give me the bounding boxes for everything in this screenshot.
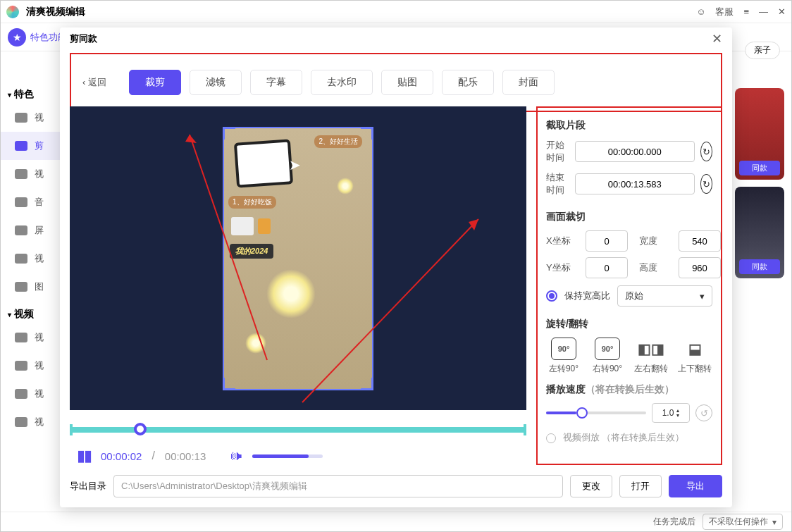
sidebar-item[interactable]: 视	[1, 160, 63, 188]
sidebar-item[interactable]: 视	[1, 323, 63, 352]
keep-ratio-radio[interactable]	[546, 290, 557, 302]
y-label: Y坐标	[546, 261, 574, 274]
media-icon	[15, 254, 27, 264]
set-end-button[interactable]: ↻	[700, 174, 712, 194]
minimize-icon[interactable]: —	[759, 6, 768, 17]
media-icon	[15, 113, 27, 123]
close-icon[interactable]: ✕	[778, 6, 786, 17]
tab-subtitle[interactable]: 字幕	[250, 70, 302, 95]
crop-frame[interactable]: ➤ 2、好好生活 1、好好吃饭 我的2024	[224, 128, 372, 389]
rotate-right-button[interactable]: 90°右转90°	[590, 338, 625, 375]
titlebar: 清爽视频编辑 ☺ 客服 ≡ — ✕	[1, 1, 791, 23]
menu-icon[interactable]: ≡	[743, 6, 749, 17]
sidebar-item-cut[interactable]: 剪	[1, 132, 63, 160]
sidebar-item[interactable]: 图	[1, 273, 63, 301]
end-time-label: 结束时间	[546, 171, 569, 197]
y-input[interactable]	[586, 257, 628, 278]
export-path-input[interactable]	[113, 475, 563, 497]
change-dir-button[interactable]: 更改	[570, 475, 612, 497]
sidebar-item[interactable]: 屏	[1, 216, 63, 245]
ratio-select[interactable]: 原始▾	[617, 285, 712, 307]
sidebar-item[interactable]: 视	[1, 104, 63, 132]
left-sidebar: 特色 视 剪 视 音 屏 视 图 视频 视 视 视 视	[1, 53, 63, 510]
video-preview[interactable]: ➤ 2、好好生活 1、好好吃饭 我的2024	[70, 106, 526, 410]
support-icon[interactable]: ☺	[696, 6, 705, 17]
sidebar-group-special[interactable]: 特色	[1, 81, 63, 104]
flip-h-button[interactable]: ◧◨左右翻转	[633, 338, 669, 375]
template-strip: 同款 同款	[728, 53, 791, 510]
media-icon	[15, 169, 27, 179]
crop-handle-tr[interactable]	[361, 127, 373, 140]
set-start-button[interactable]: ↻	[700, 142, 712, 161]
modal-close-icon[interactable]: ✕	[712, 31, 722, 47]
open-dir-button[interactable]: 打开	[619, 475, 662, 497]
current-time: 00:00:02	[101, 450, 142, 462]
timeline-start[interactable]	[70, 424, 73, 435]
tab-crop[interactable]: 裁剪	[129, 70, 181, 95]
rotate-left-button[interactable]: 90°左转90°	[546, 338, 581, 375]
timeline[interactable]	[70, 420, 526, 440]
crop-handle-br[interactable]	[361, 378, 373, 390]
support-label[interactable]: 客服	[715, 6, 734, 18]
flip-v-button[interactable]: ⬓上下翻转	[677, 338, 712, 375]
volume-slider[interactable]	[252, 454, 323, 458]
x-input[interactable]	[586, 230, 628, 252]
back-link[interactable]: 返回	[82, 76, 113, 89]
use-template-button[interactable]: 同款	[739, 161, 780, 175]
status-label: 任务完成后	[653, 516, 695, 528]
light-orb	[266, 269, 316, 318]
tab-watermark[interactable]: 去水印	[311, 70, 373, 95]
tab-filter[interactable]: 滤镜	[190, 70, 242, 95]
tab-music[interactable]: 配乐	[442, 70, 494, 95]
person-icon	[15, 389, 27, 399]
timeline-end[interactable]	[524, 424, 526, 435]
export-button[interactable]: 导出	[669, 475, 722, 497]
height-label: 高度	[639, 261, 667, 274]
tab-row: 返回 裁剪 滤镜 字幕 去水印 贴图 配乐 封面	[70, 53, 722, 112]
modal-header: 剪同款 ✕	[60, 27, 732, 50]
screen-icon	[15, 225, 27, 235]
crop-handle-tl[interactable]	[223, 127, 235, 140]
start-time-input[interactable]	[575, 141, 695, 162]
app-logo-icon	[6, 6, 19, 18]
sidebar-item[interactable]: 视	[1, 380, 63, 408]
tab-sticker[interactable]: 贴图	[381, 70, 433, 95]
reverse-radio[interactable]	[546, 433, 556, 443]
sidebar-group-video[interactable]: 视频	[1, 301, 63, 323]
timeline-handle[interactable]	[134, 423, 147, 435]
sidebar-item[interactable]: 音	[1, 188, 63, 216]
start-time-label: 开始时间	[546, 139, 569, 164]
pause-button[interactable]: ▮▮	[77, 447, 91, 465]
template-thumb[interactable]: 同款	[735, 88, 784, 180]
status-action-select[interactable]: 不采取任何操作▾	[703, 514, 783, 530]
template-thumb[interactable]: 同款	[735, 187, 784, 278]
pause-icon	[15, 417, 27, 427]
height-input[interactable]	[679, 257, 721, 278]
sidebar-item[interactable]: 视	[1, 245, 63, 273]
volume-icon[interactable]: 🕪	[230, 449, 242, 464]
speed-value[interactable]: 1.0▴▾	[652, 403, 690, 423]
tab-cover[interactable]: 封面	[502, 70, 555, 95]
speed-knob[interactable]	[576, 407, 588, 419]
width-input[interactable]	[679, 230, 721, 252]
settings-panel: 截取片段 开始时间 ↻ 结束时间 ↻ 画面裁切 X坐标 宽度 Y	[536, 106, 722, 465]
sidebar-item[interactable]: 视	[1, 408, 63, 436]
modal-footer: 导出目录 更改 打开 导出	[70, 475, 722, 497]
reverse-row[interactable]: 视频倒放 （将在转换后生效）	[546, 431, 712, 444]
speed-reset-button[interactable]: ↺	[695, 404, 712, 421]
video-content	[234, 139, 293, 187]
width-label: 宽度	[639, 235, 667, 247]
time-separator: /	[151, 450, 154, 462]
edit-modal: 剪同款 ✕ 返回 裁剪 滤镜 字幕 去水印 贴图 配乐 封面	[60, 27, 732, 507]
crop-handle-bl[interactable]	[223, 378, 235, 390]
sidebar-item[interactable]: 视	[1, 352, 63, 380]
end-time-input[interactable]	[575, 173, 695, 194]
export-dir-label: 导出目录	[70, 480, 106, 493]
app-window: 清爽视频编辑 ☺ 客服 ≡ — ✕ ★ 特色功能 视 亲子 特色 视 剪 视 音…	[0, 0, 792, 532]
media-icon	[15, 333, 27, 342]
speed-slider[interactable]	[546, 412, 646, 414]
cursor-icon: ➤	[289, 156, 301, 173]
use-template-button[interactable]: 同款	[739, 259, 780, 274]
light-orb	[245, 333, 266, 354]
clip-heading: 截取片段	[546, 119, 712, 132]
